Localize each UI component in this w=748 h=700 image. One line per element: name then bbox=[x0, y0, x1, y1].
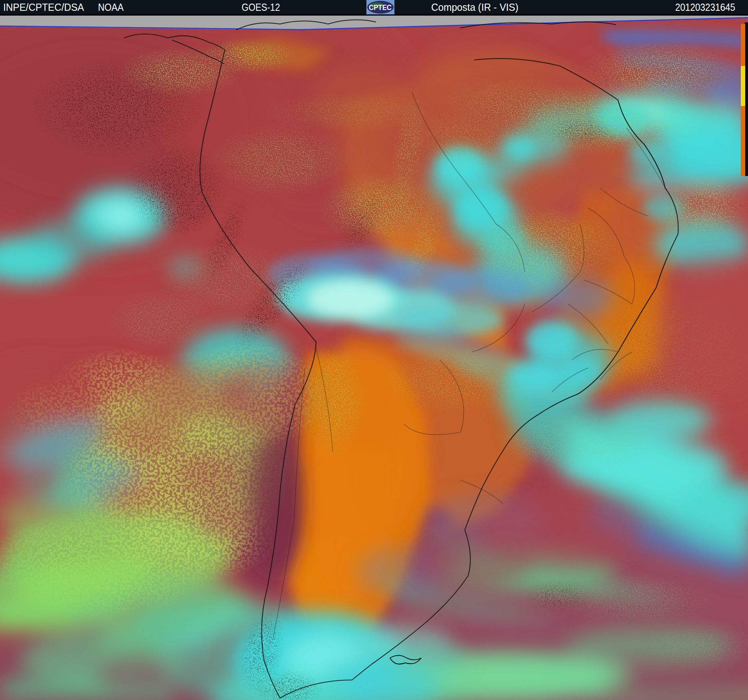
svg-text:201203231645: 201203231645 bbox=[675, 2, 735, 13]
svg-text:Composta (IR - VIS): Composta (IR - VIS) bbox=[431, 2, 518, 13]
svg-text:INPE/CPTEC/DSA: INPE/CPTEC/DSA bbox=[3, 2, 84, 13]
svg-text:GOES-12: GOES-12 bbox=[242, 2, 280, 13]
svg-text:NOAA: NOAA bbox=[98, 2, 124, 13]
svg-text:CPTEC: CPTEC bbox=[369, 3, 392, 12]
